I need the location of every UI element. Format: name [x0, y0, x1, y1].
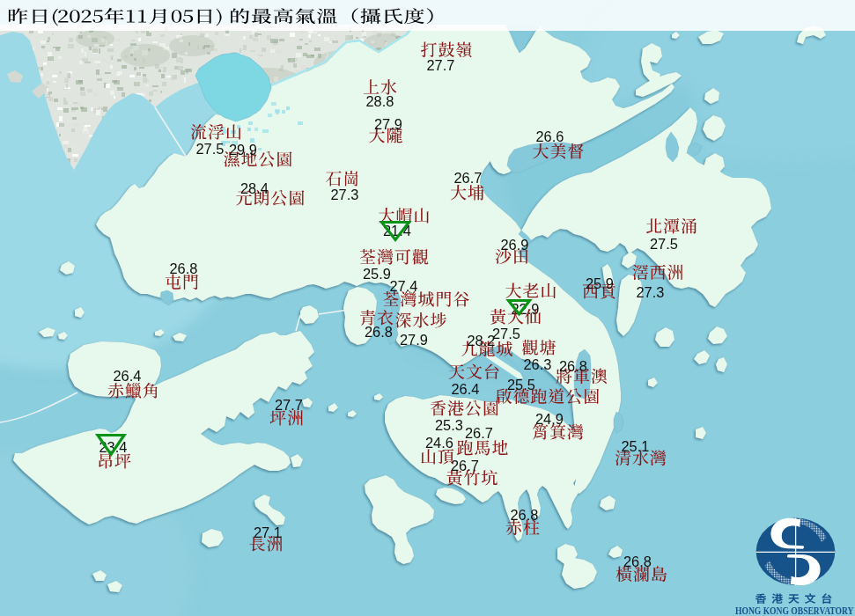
svg-text:28.4: 28.4: [240, 180, 269, 196]
svg-text:27.5: 27.5: [650, 236, 678, 252]
svg-text:HONG KONG OBSERVATORY: HONG KONG OBSERVATORY: [735, 605, 854, 616]
svg-text:25.3: 25.3: [435, 417, 463, 433]
svg-text:27.1: 27.1: [254, 524, 282, 540]
svg-text:27.4: 27.4: [390, 278, 418, 294]
svg-text:26.8: 26.8: [559, 358, 587, 374]
svg-text:27.9: 27.9: [374, 116, 402, 132]
svg-text:27.3: 27.3: [637, 284, 665, 300]
svg-text:26.9: 26.9: [501, 237, 529, 253]
svg-text:25.5: 25.5: [507, 377, 535, 392]
svg-text:27.5: 27.5: [196, 141, 225, 157]
svg-text:25.9: 25.9: [586, 275, 614, 291]
svg-text:26.7: 26.7: [465, 425, 493, 441]
svg-text:27.3: 27.3: [331, 187, 359, 202]
svg-text:26.8: 26.8: [511, 507, 539, 523]
svg-text:29.9: 29.9: [229, 142, 257, 158]
svg-text:26.8: 26.8: [170, 260, 198, 276]
svg-text:26.8: 26.8: [623, 554, 652, 569]
svg-text:27.7: 27.7: [275, 397, 303, 413]
svg-text:24.6: 24.6: [425, 435, 453, 451]
svg-text:26.7: 26.7: [451, 458, 479, 473]
svg-text:24.9: 24.9: [535, 411, 564, 427]
svg-text:26.6: 26.6: [536, 128, 564, 144]
svg-text:25.1: 25.1: [622, 438, 650, 454]
svg-text:26.3: 26.3: [524, 356, 552, 372]
svg-text:26.4: 26.4: [114, 368, 142, 384]
svg-text:26.7: 26.7: [454, 170, 483, 186]
svg-text:26.8: 26.8: [365, 324, 393, 340]
svg-text:28.8: 28.8: [366, 93, 394, 109]
svg-text:26.4: 26.4: [452, 381, 480, 397]
svg-text:25.9: 25.9: [363, 266, 391, 282]
svg-text:27.7: 27.7: [427, 57, 455, 73]
svg-text:27.9: 27.9: [400, 332, 428, 348]
svg-text:27.5: 27.5: [492, 326, 520, 341]
svg-text:28.2: 28.2: [468, 333, 496, 348]
